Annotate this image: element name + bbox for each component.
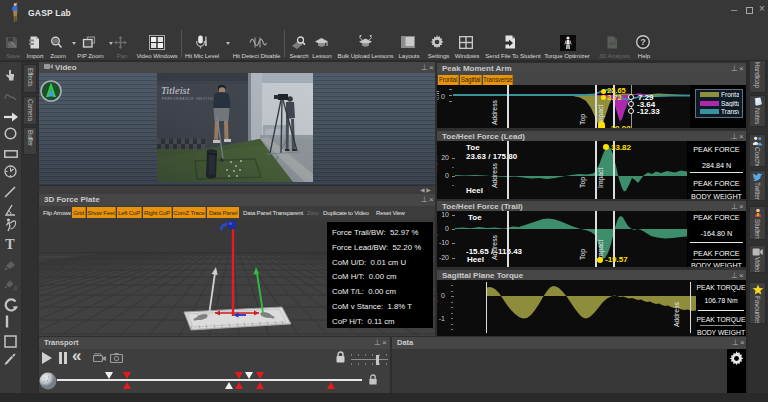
svg-text:?: ? — [640, 37, 646, 47]
svg-text:T: T — [5, 237, 15, 250]
svg-text:A: A — [14, 285, 18, 292]
